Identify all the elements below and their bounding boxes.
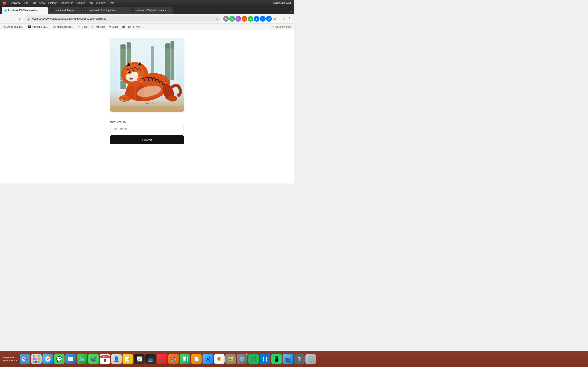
toolbar-icon-9[interactable]: 🧩 xyxy=(272,16,278,22)
tab-expand-icon[interactable]: ⌄ xyxy=(290,9,292,13)
svg-point-36 xyxy=(147,103,149,104)
svg-point-34 xyxy=(168,95,177,101)
tab-2-title: ImagineKit Demo xyxy=(55,9,74,12)
bookmark-maps[interactable]: 🗺 Maps xyxy=(107,25,120,29)
tab-4-close[interactable]: ✕ xyxy=(168,9,171,12)
address-bar[interactable]: 🔒 localhost:3000/test%20user/worlds/66db… xyxy=(25,16,221,22)
bookmark-arttribute[interactable]: ▲ Arttribute Studio xyxy=(26,25,51,29)
bookmark-howto[interactable]: 🎬 How To Train Your... xyxy=(121,25,145,29)
tab-1[interactable]: 🌐 localhost:3000/test user/wor... ✕ xyxy=(2,7,48,14)
bookmark-radioactive[interactable]: 🌐 Using 'radioactive... xyxy=(2,25,26,29)
menu-help[interactable]: Help xyxy=(109,1,114,4)
tiger-illustration xyxy=(110,38,184,112)
menu-chrome[interactable]: Chrome xyxy=(11,1,21,4)
bookmark-maps-text: Maps xyxy=(112,25,118,28)
user-prompt-input[interactable] xyxy=(110,125,184,133)
menu-edit[interactable]: Edit xyxy=(31,1,36,4)
tab-2-favicon: ▲ xyxy=(51,9,54,12)
bookmark-youtube-text: YouTube xyxy=(95,25,105,28)
tab-4-favicon: ▲ xyxy=(131,9,134,12)
bookmark-radioactive-favicon: 🌐 xyxy=(3,25,6,28)
svg-point-40 xyxy=(153,103,154,104)
toolbar-icon-6[interactable]: S xyxy=(254,16,259,22)
toolbar-icon-2[interactable]: ⊙ xyxy=(229,16,235,22)
submit-button[interactable]: Submit xyxy=(110,135,184,144)
svg-point-38 xyxy=(152,102,153,103)
tab-1-favicon: 🌐 xyxy=(4,9,7,12)
svg-point-39 xyxy=(146,103,147,104)
bookmark-star-icon[interactable]: ☆ xyxy=(216,17,218,20)
menu-tab[interactable]: Tab xyxy=(88,1,93,4)
toolbar-icons: ⚙ ⊙ ◎ 🦊 G S i ⊙ 🧩 ⚡ ⋮ xyxy=(223,16,292,22)
tiger-image-container xyxy=(110,38,184,112)
tab-1-title: localhost:3000/test user/wor... xyxy=(8,9,41,12)
toolbar-menu[interactable]: ⋮ xyxy=(287,16,292,22)
bookmark-howto-favicon: 🎬 xyxy=(122,25,125,28)
menu-view[interactable]: View xyxy=(39,1,45,4)
all-bookmarks-button[interactable]: 📁 All Bookmarks xyxy=(269,25,292,29)
menu-bookmarks[interactable]: Bookmarks xyxy=(60,1,73,4)
svg-point-37 xyxy=(150,104,150,104)
back-button[interactable]: ← xyxy=(2,16,8,22)
apple-menu[interactable]: 🍎 xyxy=(2,1,7,5)
tab-4-title: localhost:3000/worlds/create xyxy=(135,9,166,12)
tab-4[interactable]: ▲ localhost:3000/worlds/create ✕ xyxy=(129,7,173,14)
svg-point-15 xyxy=(131,78,133,79)
svg-point-14 xyxy=(130,78,131,79)
svg-rect-41 xyxy=(110,106,184,112)
menu-profiles[interactable]: Profiles xyxy=(76,1,85,4)
menu-window[interactable]: Window xyxy=(96,1,105,4)
tab-2-close[interactable]: ✕ xyxy=(75,9,79,12)
forward-button[interactable]: → xyxy=(9,16,16,22)
bookmark-stackoverflow-text: https://stackoverfl... xyxy=(57,25,74,28)
new-tab-button[interactable]: + xyxy=(283,7,289,13)
address-bar-row: ← → ↻ 🔒 localhost:3000/test%20user/world… xyxy=(0,14,294,24)
tab-3-title: ImagineKit: Building Interacti... xyxy=(88,9,121,12)
bookmark-stackoverflow[interactable]: 🌐 https://stackoverfl... xyxy=(52,25,76,29)
bookmarks-bar: 🌐 Using 'radioactive... ▲ Arttribute Stu… xyxy=(0,24,294,30)
form-label: user-prompt xyxy=(110,120,184,123)
toolbar-icon-4[interactable]: 🦊 xyxy=(242,16,247,22)
chrome-window: 🌐 localhost:3000/test user/wor... ✕ ▲ Im… xyxy=(0,6,294,184)
menu-bar-clock: Sun 8 Sep 19:05 xyxy=(273,1,292,4)
bookmark-gmail-favicon: ✉ xyxy=(78,25,81,28)
tab-3-close[interactable]: ✕ xyxy=(122,9,126,12)
address-url[interactable]: localhost:3000/test%20user/worlds/66db62… xyxy=(32,17,214,20)
extensions-icon[interactable]: ⚙ xyxy=(223,16,229,22)
toolbar-divider xyxy=(279,17,279,21)
tab-2[interactable]: ▲ ImagineKit Demo ✕ xyxy=(48,7,81,14)
bookmark-gmail-text: Gmail xyxy=(82,25,88,28)
bookmark-arttribute-text: Arttribute Studio xyxy=(32,25,49,28)
bookmark-arttribute-favicon: ▲ xyxy=(28,25,31,28)
address-lock-icon: 🔒 xyxy=(27,17,30,20)
page-content: user-prompt Submit xyxy=(0,30,294,184)
bookmark-howto-text: How To Train Your... xyxy=(126,25,143,28)
tab-bar: 🌐 localhost:3000/test user/wor... ✕ ▲ Im… xyxy=(0,6,294,14)
svg-point-28 xyxy=(126,97,130,100)
all-bookmarks-icon: 📁 xyxy=(271,25,274,28)
bookmark-youtube-favicon: ▶ xyxy=(92,25,95,28)
menu-bar: 🍎 Chrome File Edit View History Bookmark… xyxy=(0,0,294,6)
bookmark-youtube[interactable]: ▶ YouTube xyxy=(90,25,107,29)
bookmark-stackoverflow-favicon: 🌐 xyxy=(53,25,56,28)
bookmark-maps-favicon: 🗺 xyxy=(109,25,112,28)
menu-file[interactable]: File xyxy=(24,1,28,4)
toolbar-screenshot[interactable]: ⚡ xyxy=(281,16,286,22)
form-area: user-prompt Submit xyxy=(110,120,184,144)
bookmark-radioactive-text: Using 'radioactive... xyxy=(7,25,25,28)
toolbar-icon-8[interactable]: ⊙ xyxy=(266,16,272,22)
toolbar-icon-7[interactable]: i xyxy=(260,16,266,22)
menu-history[interactable]: History xyxy=(48,1,56,4)
all-bookmarks-text: All Bookmarks xyxy=(275,25,291,28)
toolbar-icon-3[interactable]: ◎ xyxy=(235,16,241,22)
reload-button[interactable]: ↻ xyxy=(16,16,23,22)
bookmark-gmail[interactable]: ✉ Gmail xyxy=(76,25,90,29)
tab-1-close[interactable]: ✕ xyxy=(42,9,45,12)
tab-3[interactable]: ▲ ImagineKit: Building Interacti... ✕ xyxy=(81,7,128,14)
toolbar-icon-5[interactable]: G xyxy=(248,16,253,22)
menu-bar-right: Sun 8 Sep 19:05 xyxy=(273,1,292,4)
tab-3-favicon: ▲ xyxy=(84,9,87,12)
